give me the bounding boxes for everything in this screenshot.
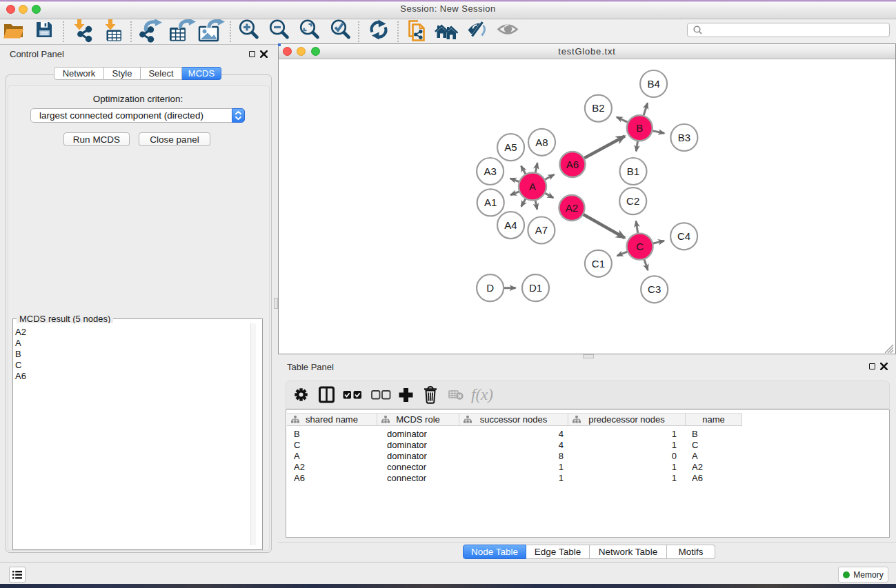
svg-text:A6: A6 xyxy=(566,159,579,170)
svg-text:A4: A4 xyxy=(504,219,517,231)
svg-text:C2: C2 xyxy=(626,195,639,207)
svg-text:A3: A3 xyxy=(484,165,496,177)
svg-text:B4: B4 xyxy=(647,78,659,90)
svg-text:f(x): f(x) xyxy=(471,386,493,403)
svg-text:B: B xyxy=(636,122,643,134)
svg-text:C: C xyxy=(636,241,644,252)
svg-text:A2: A2 xyxy=(566,202,578,214)
svg-text:C1: C1 xyxy=(592,258,605,270)
svg-text:B3: B3 xyxy=(678,132,690,143)
svg-text:C3: C3 xyxy=(648,283,661,295)
svg-text:A7: A7 xyxy=(535,224,548,236)
svg-text:D1: D1 xyxy=(529,282,542,294)
svg-text:A1: A1 xyxy=(484,196,497,208)
svg-text:B1: B1 xyxy=(627,165,639,177)
svg-text:A5: A5 xyxy=(504,141,517,153)
svg-text:D: D xyxy=(486,282,494,294)
svg-text:A: A xyxy=(529,181,536,192)
svg-text:B2: B2 xyxy=(592,103,604,114)
svg-text:A8: A8 xyxy=(535,136,548,148)
svg-text:C4: C4 xyxy=(677,230,690,242)
